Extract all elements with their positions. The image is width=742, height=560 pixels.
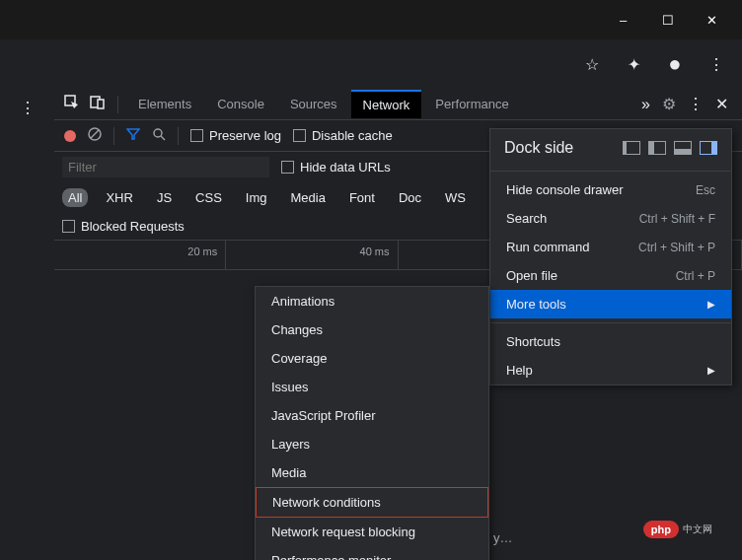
menu-item-label: More tools: [506, 297, 566, 312]
filter-css[interactable]: CSS: [189, 188, 228, 207]
filter-xhr[interactable]: XHR: [100, 188, 138, 207]
clear-icon[interactable]: [88, 127, 102, 144]
timeline-tick: 40 ms: [226, 241, 398, 269]
svg-line-4: [91, 130, 99, 138]
menu-shortcut: Esc: [696, 183, 715, 197]
hide-urls-label: Hide data URLs: [300, 160, 391, 175]
settings-gear-icon[interactable]: ⚙: [662, 95, 676, 113]
more-tools-submenu: Animations Changes Coverage Issues JavaS…: [255, 286, 489, 560]
menu-item-label: Network conditions: [272, 495, 381, 510]
filter-input[interactable]: [62, 157, 269, 177]
submenu-network-request-blocking[interactable]: Network request blocking: [256, 518, 488, 546]
menu-shortcuts[interactable]: Shortcuts: [490, 327, 731, 356]
blocked-requests-checkbox[interactable]: Blocked Requests: [62, 219, 185, 234]
extensions-icon[interactable]: ✦: [622, 52, 645, 76]
profile-avatar-icon[interactable]: ●: [663, 52, 687, 76]
menu-more-tools[interactable]: More tools ▶: [490, 290, 731, 318]
tab-network[interactable]: Network: [351, 90, 422, 118]
disable-cache-checkbox[interactable]: Disable cache: [293, 128, 393, 143]
gutter-more-icon[interactable]: ⋮: [20, 99, 36, 117]
menu-run-command[interactable]: Run command Ctrl + Shift + P: [490, 233, 731, 261]
menu-item-label: Help: [506, 363, 533, 378]
menu-item-label: Coverage: [271, 351, 327, 366]
svg-line-6: [161, 136, 165, 140]
submenu-performance-monitor[interactable]: Performance monitor: [256, 546, 488, 560]
filter-img[interactable]: Img: [240, 188, 273, 207]
menu-item-label: JavaScript Profiler: [271, 408, 375, 423]
filter-media[interactable]: Media: [284, 188, 331, 207]
maximize-button[interactable]: ☐: [645, 5, 690, 35]
menu-item-label: Changes: [271, 322, 323, 337]
close-window-button[interactable]: ✕: [690, 5, 734, 35]
svg-point-5: [154, 129, 162, 137]
filter-doc[interactable]: Doc: [393, 188, 427, 207]
dock-undock-icon[interactable]: [623, 141, 640, 155]
submenu-coverage[interactable]: Coverage: [256, 344, 488, 373]
dock-left-icon[interactable]: [648, 141, 666, 155]
device-toggle-icon[interactable]: [86, 91, 110, 118]
menu-shortcut: Ctrl + P: [676, 269, 715, 283]
menu-item-label: Issues: [271, 380, 309, 394]
menu-help[interactable]: Help ▶: [490, 356, 731, 385]
tab-sources[interactable]: Sources: [278, 91, 349, 117]
filter-font[interactable]: Font: [343, 188, 381, 207]
bookmark-star-icon[interactable]: ☆: [580, 52, 604, 76]
left-gutter: ⋮: [0, 89, 54, 560]
menu-item-label: Hide console drawer: [506, 182, 624, 197]
filter-funnel-icon[interactable]: [126, 127, 140, 144]
submenu-issues[interactable]: Issues: [256, 373, 488, 401]
submenu-media[interactable]: Media: [256, 458, 488, 487]
separator: [113, 127, 114, 145]
filter-all[interactable]: All: [62, 188, 88, 207]
tab-console[interactable]: Console: [205, 91, 276, 117]
dock-right-icon[interactable]: [700, 141, 717, 155]
disable-cache-label: Disable cache: [312, 128, 393, 143]
preserve-log-label: Preserve log: [209, 128, 281, 143]
menu-item-label: Run command: [506, 240, 590, 254]
menu-item-label: Animations: [271, 294, 334, 309]
submenu-animations[interactable]: Animations: [256, 287, 488, 315]
menu-shortcut: Ctrl + Shift + P: [638, 241, 715, 254]
watermark-logo: php: [643, 521, 679, 538]
checkbox-icon: [281, 161, 294, 174]
window-titlebar: – ☐ ✕: [0, 0, 742, 39]
record-button[interactable]: [64, 130, 76, 142]
menu-search[interactable]: Search Ctrl + Shift + F: [490, 204, 731, 233]
menu-item-label: Performance monitor: [271, 553, 391, 560]
menu-item-label: Search: [506, 211, 547, 226]
menu-item-label: Shortcuts: [506, 334, 560, 349]
timeline-tick: 20 ms: [54, 241, 226, 269]
preserve-log-checkbox[interactable]: Preserve log: [190, 128, 281, 143]
menu-open-file[interactable]: Open file Ctrl + P: [490, 261, 731, 290]
submenu-layers[interactable]: Layers: [256, 430, 488, 458]
tabs-overflow-icon[interactable]: »: [641, 96, 650, 113]
checkbox-icon: [62, 220, 75, 233]
devtools-tabs: Elements Console Sources Network Perform…: [54, 89, 742, 120]
blocked-label: Blocked Requests: [81, 219, 185, 234]
submenu-js-profiler[interactable]: JavaScript Profiler: [256, 401, 488, 430]
browser-menu-icon[interactable]: ⋮: [705, 52, 728, 76]
menu-separator: [490, 322, 731, 323]
filter-js[interactable]: JS: [151, 188, 178, 207]
search-icon[interactable]: [152, 127, 166, 144]
checkbox-icon: [293, 129, 306, 142]
devtools-more-icon[interactable]: ⋮: [688, 95, 704, 113]
watermark-text: 中文网: [683, 523, 712, 536]
checkbox-icon: [190, 129, 203, 142]
menu-hide-console-drawer[interactable]: Hide console drawer Esc: [490, 175, 731, 204]
devtools-close-icon[interactable]: ✕: [715, 95, 728, 113]
tab-performance[interactable]: Performance: [423, 91, 520, 117]
menu-shortcut: Ctrl + Shift + F: [639, 212, 715, 226]
menu-item-label: Layers: [271, 437, 310, 452]
hide-data-urls-checkbox[interactable]: Hide data URLs: [281, 160, 391, 175]
dock-bottom-icon[interactable]: [674, 141, 692, 155]
svg-rect-2: [98, 100, 104, 108]
submenu-arrow-icon: ▶: [707, 365, 715, 376]
minimize-button[interactable]: –: [601, 5, 645, 35]
tab-elements[interactable]: Elements: [126, 91, 203, 117]
submenu-network-conditions[interactable]: Network conditions: [256, 487, 488, 518]
menu-item-label: Media: [271, 465, 306, 480]
inspect-icon[interactable]: [60, 91, 84, 118]
filter-ws[interactable]: WS: [439, 188, 472, 207]
submenu-changes[interactable]: Changes: [256, 315, 488, 344]
